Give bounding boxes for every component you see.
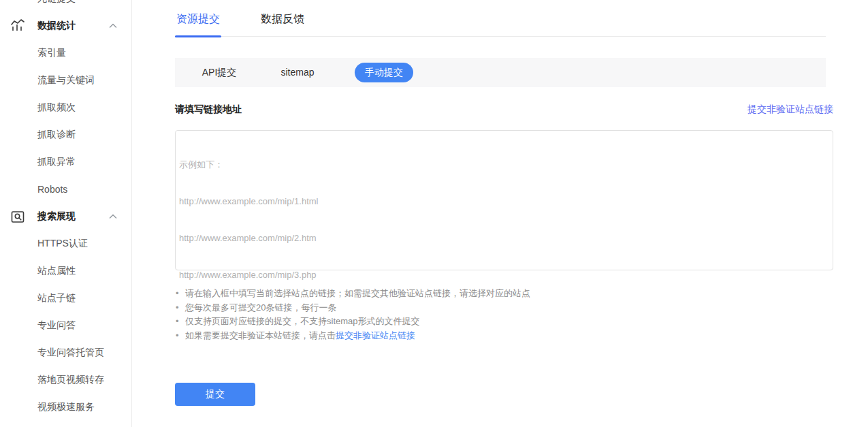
sidebar-section-data-statistics[interactable]: 数据统计	[0, 12, 131, 39]
search-preview-icon	[10, 209, 25, 224]
sidebar-section-label: 数据统计	[37, 20, 76, 32]
unverified-site-inline-link[interactable]: 提交非验证站点链接	[336, 330, 415, 341]
sidebar-item-video-speed-service[interactable]: 视频极速服务	[0, 394, 131, 421]
sidebar-item-crawl-diagnosis[interactable]: 抓取诊断	[0, 121, 131, 148]
form-title: 请填写链接地址	[175, 104, 242, 116]
chevron-up-icon[interactable]	[109, 212, 117, 221]
sidebar-item-professional-qa[interactable]: 专业问答	[0, 312, 131, 339]
link-input-wrapper: 示例如下： http://www.example.com/mip/1.html …	[175, 130, 833, 270]
sidebar-item-site-properties[interactable]: 站点属性	[0, 257, 131, 285]
tab-data-feedback[interactable]: 数据反馈	[259, 12, 306, 36]
note-line-with-link: • 如果需要提交非验证本站链接，请点击提交非验证站点链接	[176, 329, 829, 343]
subtab-sitemap[interactable]: sitemap	[268, 63, 327, 82]
sidebar-item-robots[interactable]: Robots	[0, 176, 131, 203]
sidebar-menu: 数据统计 索引量 流量与关键词 抓取频次 抓取诊断 抓取异常 Robots 搜索…	[0, 12, 131, 421]
note-link-prefix: 如果需要提交非验证本站链接，请点击	[185, 330, 336, 341]
sidebar: 死链提交 数据统计 索引量 流量与关键词 抓取频次 抓取诊断 抓取异常	[0, 0, 132, 427]
sidebar-item-index-volume[interactable]: 索引量	[0, 39, 131, 67]
sidebar-section-search-display[interactable]: 搜索展现	[0, 203, 131, 230]
note-line: • 仅支持页面对应链接的提交，不支持sitemap形式的文件提交	[176, 315, 829, 329]
sidebar-item-site-sublinks[interactable]: 站点子链	[0, 285, 131, 312]
sidebar-item-deadlink-submit[interactable]: 死链提交	[37, 0, 76, 6]
subtab-api-submit[interactable]: API提交	[190, 63, 248, 82]
sidebar-item-traffic-keywords[interactable]: 流量与关键词	[0, 67, 131, 94]
sidebar-item-landing-video-transfer[interactable]: 落地页视频转存	[0, 366, 131, 394]
line-chart-icon	[10, 18, 25, 33]
sidebar-item-qa-hosted-page[interactable]: 专业问答托管页	[0, 339, 131, 366]
unverified-site-link[interactable]: 提交非验证站点链接	[748, 104, 833, 116]
submit-method-tabbar: API提交 sitemap 手动提交	[175, 58, 826, 87]
sidebar-item-crawl-exception[interactable]: 抓取异常	[0, 148, 131, 176]
link-input-textarea[interactable]	[176, 131, 833, 270]
submission-notes: • 请在输入框中填写当前选择站点的链接；如需提交其他验证站点链接，请选择对应的站…	[176, 287, 829, 343]
bullet-icon: •	[176, 301, 185, 315]
subtab-manual-submit[interactable]: 手动提交	[355, 63, 413, 82]
chevron-up-icon[interactable]	[109, 22, 117, 30]
bullet-icon: •	[176, 315, 185, 329]
main-tabbar: 资源提交 数据反馈	[175, 0, 826, 37]
sidebar-item-crawl-frequency[interactable]: 抓取频次	[0, 94, 131, 121]
submit-button[interactable]: 提交	[175, 383, 255, 406]
form-header-row: 请填写链接地址 提交非验证站点链接	[175, 104, 833, 116]
note-line: • 您每次最多可提交20条链接，每行一条	[176, 301, 829, 315]
bullet-icon: •	[176, 287, 185, 301]
tab-resource-submit[interactable]: 资源提交	[175, 12, 221, 36]
sidebar-item-https-cert[interactable]: HTTPS认证	[0, 230, 131, 257]
bullet-icon: •	[176, 329, 185, 343]
sidebar-section-label: 搜索展现	[37, 210, 76, 223]
note-line: • 请在输入框中填写当前选择站点的链接；如需提交其他验证站点链接，请选择对应的站…	[176, 287, 829, 301]
